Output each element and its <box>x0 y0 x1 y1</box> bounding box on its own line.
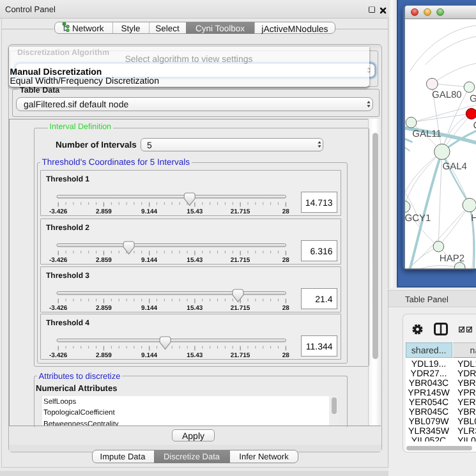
svg-text:9.144: 9.144 <box>141 352 157 359</box>
svg-text:9.144: 9.144 <box>141 208 157 215</box>
svg-text:H: H <box>471 212 476 223</box>
svg-text:15.43: 15.43 <box>187 352 203 359</box>
svg-text:28: 28 <box>282 305 290 312</box>
svg-text:15.43: 15.43 <box>187 305 203 312</box>
svg-text:2.859: 2.859 <box>96 257 112 264</box>
svg-text:-3.426: -3.426 <box>49 305 68 312</box>
svg-text:9.144: 9.144 <box>141 257 157 264</box>
svg-text:GAL80: GAL80 <box>432 89 462 100</box>
svg-text:28: 28 <box>282 352 290 359</box>
svg-text:2.859: 2.859 <box>96 305 112 312</box>
svg-text:GCY1: GCY1 <box>405 213 431 224</box>
svg-text:GAL11: GAL11 <box>412 128 441 139</box>
svg-text:9.144: 9.144 <box>141 305 157 312</box>
svg-text:28: 28 <box>282 257 290 264</box>
svg-text:21.715: 21.715 <box>231 257 250 264</box>
svg-text:GA: GA <box>470 93 476 104</box>
svg-text:-3.426: -3.426 <box>49 208 68 215</box>
svg-text:-3.426: -3.426 <box>49 352 68 359</box>
svg-text:-3.426: -3.426 <box>49 257 68 264</box>
svg-text:21.715: 21.715 <box>231 305 250 312</box>
svg-text:15.43: 15.43 <box>187 257 203 264</box>
svg-text:15.43: 15.43 <box>187 208 203 215</box>
svg-text:21.715: 21.715 <box>231 352 250 359</box>
svg-text:2.859: 2.859 <box>96 352 112 359</box>
svg-text:GAL4: GAL4 <box>442 160 466 171</box>
svg-text:2.859: 2.859 <box>96 208 112 215</box>
svg-text:HAP2: HAP2 <box>439 253 464 264</box>
svg-text:28: 28 <box>282 208 290 215</box>
svg-text:C: C <box>473 120 476 131</box>
svg-text:21.715: 21.715 <box>231 208 250 215</box>
